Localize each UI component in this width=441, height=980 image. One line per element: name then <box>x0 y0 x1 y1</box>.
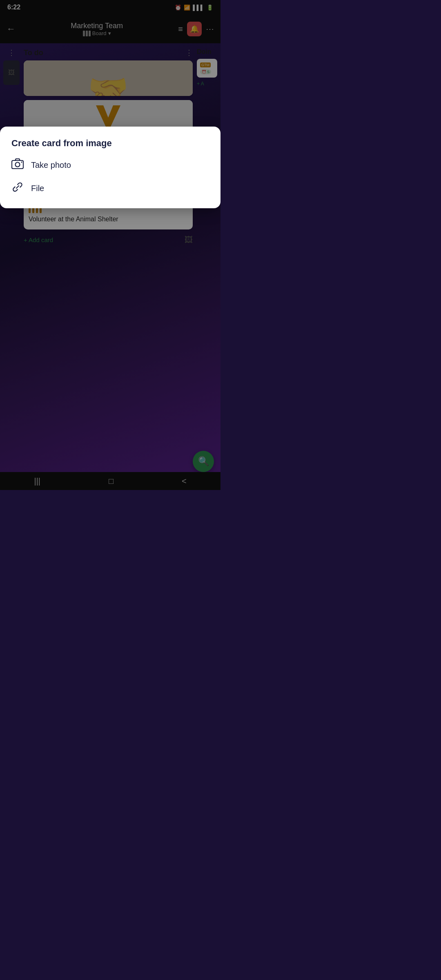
take-photo-option[interactable]: Take photo <box>11 158 209 172</box>
svg-point-1 <box>16 163 20 167</box>
file-link-icon <box>11 181 24 195</box>
take-photo-label: Take photo <box>31 160 71 170</box>
modal-overlay[interactable] <box>0 0 220 490</box>
svg-point-2 <box>21 162 22 163</box>
file-option[interactable]: File <box>11 181 209 195</box>
sheet-title: Create card from image <box>11 138 209 149</box>
create-card-sheet: Create card from image Take photo File <box>0 127 220 208</box>
camera-icon <box>11 158 24 172</box>
file-label: File <box>31 184 44 193</box>
